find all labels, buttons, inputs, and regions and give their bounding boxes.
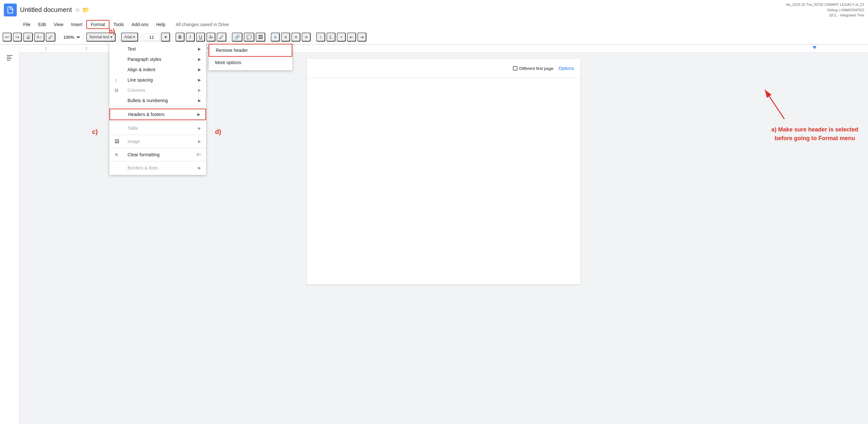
format-line-spacing-item[interactable]: ↕ Line spacing ▶ <box>110 75 206 85</box>
title-row: Untitled document ☆ 📁 kix_2019.32-Tue_RC… <box>0 0 868 19</box>
format-columns-item[interactable]: ⊟ Columns ▶ <box>110 85 206 95</box>
different-first-page-control[interactable]: Different first page <box>513 66 553 71</box>
image-icon: 🖼 <box>115 139 119 144</box>
format-text-item[interactable]: Text ▶ <box>110 44 206 54</box>
format-headers-footers-item[interactable]: Headers & footers ▶ <box>110 109 206 120</box>
format-image-item[interactable]: 🖼 Image ▶ <box>110 136 206 147</box>
outline-icon-btn[interactable] <box>3 51 16 64</box>
format-table-item[interactable]: Table ▶ <box>110 123 206 133</box>
more-options-item[interactable]: More options <box>209 57 292 68</box>
label-c: c) <box>92 128 98 136</box>
menu-view[interactable]: View <box>50 21 67 28</box>
ruler-mark: 1 <box>45 47 47 50</box>
title-icons: ☆ 📁 <box>75 6 89 13</box>
app-bar: Untitled document ☆ 📁 kix_2019.32-Tue_RC… <box>0 0 868 45</box>
menu-tools[interactable]: Tools <box>110 21 128 28</box>
image-arrow: ▶ <box>198 139 201 144</box>
align-arrow: ▶ <box>198 67 201 72</box>
image-button[interactable]: 🖼 <box>256 32 265 41</box>
header-options: Different first page Options <box>513 66 574 71</box>
numbered-list-button[interactable]: 1. <box>327 32 336 41</box>
doc-title: Untitled document <box>20 6 72 13</box>
format-bullets-item[interactable]: Bullets & numbering ▶ <box>110 95 206 106</box>
bold-button[interactable]: B <box>176 32 184 41</box>
menu-format[interactable]: Format <box>86 20 110 29</box>
font-name-button[interactable]: Arial ▾ <box>121 32 138 41</box>
outline-svg <box>6 54 13 61</box>
link-button[interactable]: 🔗 <box>232 32 242 41</box>
menu-divider-1 <box>110 107 206 107</box>
highlight-button[interactable]: 🖊 <box>217 32 226 41</box>
format-clear-item[interactable]: ✕ Clear formatting ⌘\ <box>110 149 206 160</box>
comment-button[interactable]: 💬 <box>244 32 254 41</box>
title-left: Untitled document ☆ 📁 <box>4 4 89 17</box>
paint-format-button[interactable]: 🖊 <box>46 32 55 41</box>
font-size-box[interactable]: 11 <box>144 34 160 40</box>
menu-edit[interactable]: Edit <box>34 21 50 28</box>
sidebar-panel <box>0 45 19 424</box>
menu-addons[interactable]: Add-ons <box>128 21 152 28</box>
italic-button[interactable]: I <box>186 32 195 41</box>
menu-bar: File Edit View Insert Format Tools Add-o… <box>0 19 868 30</box>
underline-button[interactable]: U <box>196 32 205 41</box>
toolbar-divider-2 <box>83 34 84 40</box>
svg-rect-1 <box>7 57 11 57</box>
page-body <box>307 78 581 239</box>
svg-rect-2 <box>7 58 11 59</box>
different-first-page-checkbox[interactable] <box>513 66 517 70</box>
print-button[interactable]: 🖨 <box>23 32 33 41</box>
columns-arrow: ▶ <box>198 88 201 92</box>
toolbar-divider-6 <box>229 34 229 40</box>
menu-divider-2 <box>110 121 206 122</box>
align-left-button[interactable]: ≡ <box>271 32 280 41</box>
format-align-item[interactable]: Align & indent ▶ <box>110 64 206 75</box>
format-align-label: Align & indent <box>127 67 155 72</box>
format-borders-item[interactable]: Borders & lines ▶ <box>110 163 206 173</box>
svg-rect-3 <box>7 60 10 61</box>
save-status: All changes saved in Drive <box>176 22 229 27</box>
folder-icon[interactable]: 📁 <box>82 6 89 13</box>
indent-decrease-button[interactable]: ⇤ <box>347 32 356 41</box>
align-center-button[interactable]: ≡ <box>281 32 290 41</box>
font-size-dropdown[interactable]: ▾ <box>161 32 170 41</box>
undo-button[interactable]: ↩ <box>3 32 11 41</box>
line-spacing-icon: ↕ <box>115 77 117 83</box>
menu-help[interactable]: Help <box>152 21 169 28</box>
format-text-label: Text <box>127 47 136 52</box>
align-right-button[interactable]: ≡ <box>291 32 300 41</box>
hf-submenu: Remove header More options <box>209 42 292 70</box>
text-color-button[interactable]: A <box>206 32 215 41</box>
version-info: kix_2019.32-Tue_RC02 CANARY LEGACY ot_22… <box>786 2 864 18</box>
remove-header-item[interactable]: Remove header <box>209 44 292 57</box>
zoom-select[interactable]: 100% <box>61 34 81 40</box>
line-spacing-button[interactable]: ↕ <box>316 32 325 41</box>
paragraph-styles-arrow: ▶ <box>198 57 201 61</box>
doc-svg-icon <box>6 6 14 14</box>
bullet-list-button[interactable]: • <box>337 32 346 41</box>
page-header-area: Different first page Options <box>307 59 581 78</box>
format-line-spacing-label: Line spacing <box>127 77 153 83</box>
format-table-label: Table <box>127 126 138 131</box>
format-paragraph-styles-label: Paragraph styles <box>127 57 161 62</box>
spellcheck-button[interactable]: A✓ <box>34 32 44 41</box>
format-clear-label: Clear formatting <box>127 152 160 157</box>
toolbar-divider-3 <box>118 34 119 40</box>
ruler-mark: 5 <box>207 47 209 50</box>
toolbar-divider-4 <box>141 34 141 40</box>
clear-format-shortcut: ⌘\ <box>196 152 201 157</box>
menu-insert[interactable]: Insert <box>67 21 86 28</box>
format-columns-label: Columns <box>127 88 145 93</box>
format-paragraph-styles-item[interactable]: Paragraph styles ▶ <box>110 54 206 64</box>
menu-divider-3 <box>110 135 206 135</box>
more-options-label: More options <box>215 60 241 65</box>
menu-file[interactable]: File <box>19 21 34 28</box>
indent-increase-button[interactable]: ⇥ <box>358 32 366 41</box>
format-headers-footers-label: Headers & footers <box>128 112 164 117</box>
align-justify-button[interactable]: ≡ <box>302 32 311 41</box>
svg-rect-0 <box>7 55 12 56</box>
star-icon[interactable]: ☆ <box>75 6 80 13</box>
redo-button[interactable]: ↪ <box>13 32 22 41</box>
label-d: d) <box>215 128 221 136</box>
ruler-mark: 2 <box>86 47 88 50</box>
options-link[interactable]: Options <box>559 66 574 71</box>
